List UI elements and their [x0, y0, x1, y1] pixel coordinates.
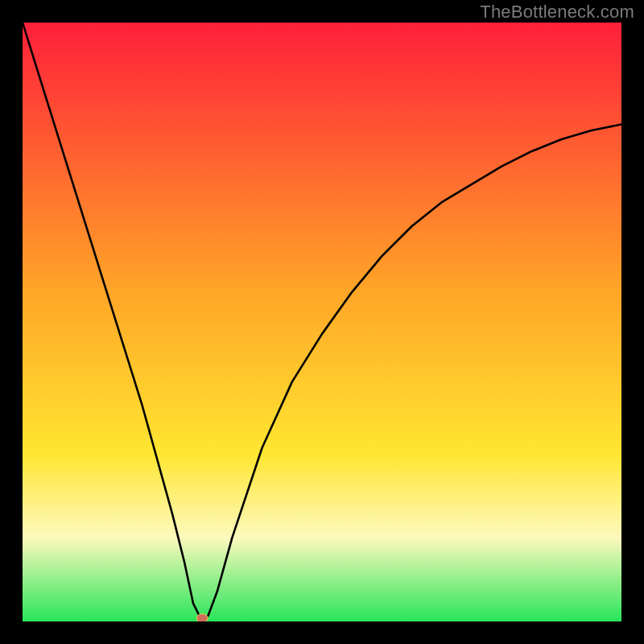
- minimum-marker-dot: [196, 614, 208, 622]
- gradient-background: [23, 23, 621, 621]
- watermark-text: TheBottleneck.com: [480, 2, 634, 23]
- chart-frame: TheBottleneck.com: [0, 0, 644, 644]
- plot-area: [23, 23, 621, 621]
- plot-svg: [23, 23, 621, 621]
